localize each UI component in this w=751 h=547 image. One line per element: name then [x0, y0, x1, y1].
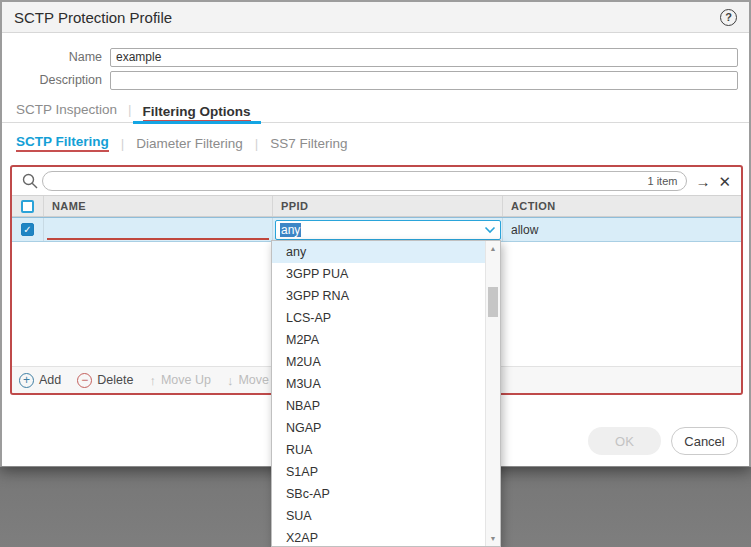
name-field-row: Name	[2, 47, 738, 67]
header-checkbox-cell	[12, 196, 44, 216]
dropdown-option[interactable]: NGAP	[272, 417, 485, 439]
cancel-button[interactable]: Cancel	[671, 427, 738, 455]
move-up-icon: ↑	[149, 373, 156, 388]
dropdown-option[interactable]: S1AP	[272, 461, 485, 483]
row-action-cell[interactable]: allow	[503, 218, 741, 241]
ppid-selected-value: any	[280, 223, 301, 237]
description-label: Description	[2, 73, 110, 87]
column-header-ppid[interactable]: PPID	[273, 196, 503, 216]
scroll-down-icon[interactable]: ▼	[486, 535, 500, 542]
dropdown-option[interactable]: M3UA	[272, 373, 485, 395]
dropdown-option[interactable]: M2UA	[272, 351, 485, 373]
delete-button[interactable]: − Delete	[77, 373, 133, 388]
subtab-separator: |	[243, 136, 271, 151]
scrollbar-thumb[interactable]	[488, 287, 498, 317]
table-header-row: NAME PPID ACTION	[12, 195, 741, 217]
name-input[interactable]	[110, 48, 738, 67]
scroll-up-icon[interactable]: ▲	[486, 245, 500, 252]
table-row: ✓ any allow	[12, 217, 741, 242]
row-checkbox[interactable]: ✓	[21, 223, 34, 236]
name-label: Name	[2, 50, 110, 64]
dropdown-options: any 3GPP PUA 3GPP RNA LCS-AP M2PA M2UA M…	[272, 241, 485, 546]
tab-filtering-options[interactable]: Filtering Options	[143, 104, 251, 122]
row-checkbox-cell: ✓	[12, 218, 44, 241]
main-tabbar: SCTP Inspection | Filtering Options	[2, 98, 749, 123]
description-input[interactable]	[110, 71, 738, 90]
dropdown-scrollbar[interactable]: ▲ ▼	[485, 241, 500, 546]
add-icon: +	[19, 373, 34, 388]
dropdown-option[interactable]: SUA	[272, 505, 485, 527]
select-all-checkbox[interactable]	[21, 200, 34, 213]
tab-sctp-inspection[interactable]: SCTP Inspection	[16, 102, 117, 122]
item-count-badge: 1 item	[647, 175, 677, 187]
ok-button[interactable]: OK	[588, 427, 661, 455]
row-ppid-cell: any	[273, 218, 503, 241]
subtab-sctp-filtering[interactable]: SCTP Filtering	[16, 134, 109, 152]
check-icon: ✓	[23, 224, 31, 235]
row-action-value: allow	[511, 223, 538, 237]
table-searchbar: 1 item → ✕	[12, 167, 741, 195]
ppid-combobox[interactable]: any	[275, 220, 501, 240]
sub-tabbar: SCTP Filtering | Diameter Filtering | SS…	[16, 132, 348, 154]
dialog-title: SCTP Protection Profile	[14, 9, 172, 26]
move-up-button[interactable]: ↑ Move Up	[149, 373, 211, 388]
dropdown-option[interactable]: RUA	[272, 439, 485, 461]
help-icon[interactable]: ?	[720, 9, 737, 26]
tab-separator: |	[117, 102, 143, 122]
dropdown-option[interactable]: SBc-AP	[272, 483, 485, 505]
row-name-cell[interactable]	[44, 218, 273, 241]
ppid-dropdown-list: any 3GPP PUA 3GPP RNA LCS-AP M2PA M2UA M…	[271, 240, 501, 547]
dialog-titlebar: SCTP Protection Profile ?	[2, 2, 749, 33]
move-down-icon: ↓	[227, 373, 234, 388]
dropdown-option[interactable]: LCS-AP	[272, 307, 485, 329]
subtab-diameter-filtering[interactable]: Diameter Filtering	[136, 136, 243, 151]
description-field-row: Description	[2, 70, 738, 90]
search-icon[interactable]	[21, 172, 39, 190]
delete-icon: −	[77, 373, 92, 388]
clear-filter-close-icon[interactable]: ✕	[714, 174, 735, 189]
add-button[interactable]: + Add	[19, 373, 61, 388]
dropdown-option[interactable]: any	[272, 241, 485, 263]
chevron-down-icon[interactable]	[484, 226, 496, 234]
column-header-name[interactable]: NAME	[44, 196, 273, 216]
subtab-ss7-filtering[interactable]: SS7 Filtering	[270, 136, 347, 151]
subtab-separator: |	[109, 136, 137, 151]
column-header-action[interactable]: ACTION	[503, 196, 741, 216]
dropdown-option[interactable]: M2PA	[272, 329, 485, 351]
dropdown-option[interactable]: X2AP	[272, 527, 485, 546]
apply-filter-arrow-icon[interactable]: →	[691, 174, 714, 189]
dropdown-option[interactable]: 3GPP RNA	[272, 285, 485, 307]
search-input[interactable]	[52, 175, 647, 187]
validation-error-underline	[47, 238, 269, 240]
dropdown-option[interactable]: 3GPP PUA	[272, 263, 485, 285]
dropdown-option[interactable]: NBAP	[272, 395, 485, 417]
search-field[interactable]: 1 item	[42, 171, 687, 191]
